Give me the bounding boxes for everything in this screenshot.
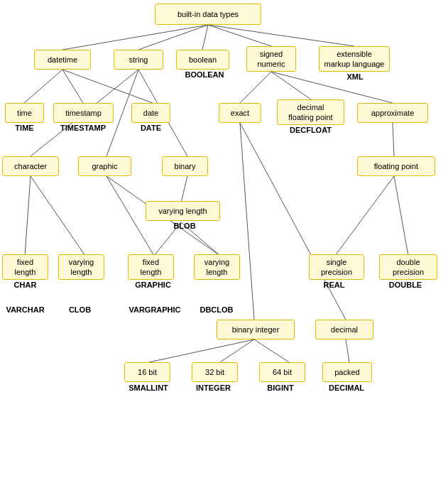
- node-date: date: [131, 103, 170, 123]
- node-binary-integer: binary integer: [217, 320, 295, 339]
- svg-line-1: [138, 25, 208, 50]
- node-packed: packed: [322, 362, 372, 382]
- label-integer: INTEGER: [187, 384, 240, 392]
- node-char-fixed: fixed length: [2, 254, 48, 280]
- node-binary: binary: [162, 156, 208, 176]
- node-single-precision: single precision: [309, 254, 364, 280]
- node-bit64: 64 bit: [259, 362, 305, 382]
- label-smallint: SMALLINT: [119, 384, 177, 392]
- label-decfloat: DECFLOAT: [277, 126, 344, 134]
- svg-line-16: [394, 176, 408, 256]
- node-graphic: graphic: [78, 156, 131, 176]
- label-bigint: BIGINT: [256, 384, 305, 392]
- node-floating-point: floating point: [357, 156, 435, 176]
- diagram: built-in data types datetime string bool…: [0, 0, 448, 500]
- svg-line-17: [240, 123, 254, 320]
- label-time: TIME: [5, 124, 44, 132]
- node-xml: extensible markup language: [319, 46, 390, 72]
- svg-line-22: [346, 339, 349, 362]
- svg-line-0: [62, 25, 208, 50]
- svg-line-19: [149, 339, 254, 362]
- label-timestamp: TIMESTAMP: [51, 124, 115, 132]
- node-time: time: [5, 103, 44, 123]
- node-bit16: 16 bit: [124, 362, 170, 382]
- node-string: string: [114, 50, 163, 70]
- svg-line-23: [25, 176, 31, 256]
- node-signed-numeric: signed numeric: [246, 46, 296, 72]
- svg-line-15: [335, 176, 394, 256]
- label-vargraphic: VARGRAPHIC: [123, 305, 187, 314]
- label-varchar: VARCHAR: [2, 305, 48, 314]
- svg-line-6: [62, 70, 83, 103]
- node-exact: exact: [219, 103, 261, 123]
- label-decimal: DECIMAL: [318, 384, 375, 392]
- node-timestamp: timestamp: [53, 103, 114, 123]
- label-double: DOUBLE: [381, 281, 430, 289]
- svg-line-11: [240, 72, 271, 103]
- node-boolean: boolean: [176, 50, 229, 70]
- label-blob: BLOB: [163, 222, 206, 230]
- node-graphic-varying: varying length: [194, 254, 240, 280]
- svg-line-14: [393, 123, 394, 156]
- label-real: REAL: [311, 281, 357, 289]
- node-double-precision: double precision: [379, 254, 437, 280]
- label-char: CHAR: [2, 281, 48, 289]
- node-char-varying: varying length: [58, 254, 104, 280]
- svg-line-4: [208, 25, 354, 46]
- node-graphic-fixed: fixed length: [128, 254, 174, 280]
- svg-line-5: [24, 70, 62, 103]
- svg-line-2: [202, 25, 208, 50]
- label-graphic: GRAPHIC: [126, 281, 180, 289]
- svg-line-18: [240, 123, 346, 320]
- svg-line-7: [62, 70, 153, 103]
- node-varying-length-blob: varying length: [146, 201, 220, 221]
- label-dbclob: DBCLOB: [192, 305, 241, 314]
- label-boolean: BOOLEAN: [176, 70, 233, 79]
- label-date: DATE: [131, 124, 170, 132]
- svg-line-24: [31, 176, 85, 256]
- svg-line-21: [254, 339, 289, 362]
- node-datetime: datetime: [34, 50, 91, 70]
- node-bit32: 32 bit: [192, 362, 238, 382]
- node-approximate: approximate: [357, 103, 428, 123]
- node-root: built-in data types: [155, 4, 261, 25]
- svg-line-3: [208, 25, 271, 46]
- svg-line-20: [220, 339, 254, 362]
- label-clob: CLOB: [60, 305, 99, 314]
- svg-line-12: [271, 72, 311, 99]
- node-character: character: [2, 156, 59, 176]
- label-xml: XML: [330, 72, 380, 81]
- node-decimal: decimal: [315, 320, 373, 339]
- svg-line-27: [181, 176, 187, 202]
- node-decimal-fp: decimal floating point: [277, 99, 344, 125]
